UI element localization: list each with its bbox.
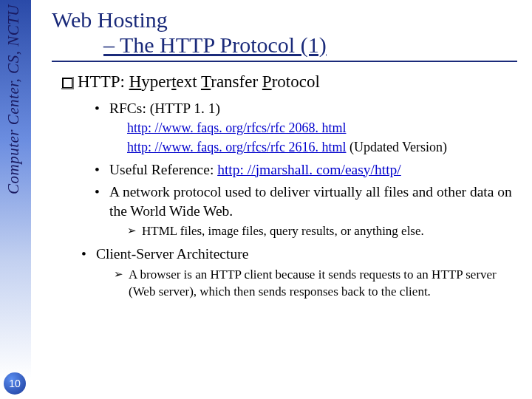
- arrow-html-files: HTML files, image files, query results, …: [127, 223, 521, 240]
- arrow-html-files-text: HTML files, image files, query results, …: [142, 224, 424, 238]
- sidebar-label: Computer Center, CS, NCTU: [4, 4, 23, 194]
- rfc-2068-link[interactable]: http: //www. faqs. org/rfcs/rfc 2068. ht…: [127, 120, 346, 135]
- http-yper: yper: [141, 72, 171, 91]
- title-line-1: Web Hosting: [52, 7, 521, 33]
- slide-content: Web Hosting – The HTTP Protocol (1) HTTP…: [41, 0, 528, 304]
- http-ext: ext: [177, 72, 201, 91]
- title-rule: [52, 61, 517, 62]
- useful-ref-prefix: Useful Reference:: [109, 162, 217, 177]
- slide-title: Web Hosting – The HTTP Protocol (1): [52, 7, 521, 58]
- sidebar: Computer Center, CS, NCTU 10: [0, 0, 31, 399]
- arrow-list-1: HTML files, image files, query results, …: [127, 223, 521, 240]
- title-line-2: – The HTTP Protocol (1): [103, 33, 521, 58]
- bullet-rfcs-text: RFCs: (HTTP 1. 1): [109, 100, 220, 116]
- http-prefix: HTTP:: [78, 72, 129, 91]
- bullet-network-protocol: A network protocol used to deliver virtu…: [95, 183, 521, 241]
- bullet-list-level-1: RFCs: (HTTP 1. 1) http: //www. faqs. org…: [95, 99, 521, 240]
- bullet-client-server-text: Client-Server Architecture: [96, 246, 248, 262]
- http-h: H: [129, 72, 142, 91]
- bullet-rfcs: RFCs: (HTTP 1. 1) http: //www. faqs. org…: [95, 99, 521, 157]
- http-rotocol: rotocol: [272, 72, 320, 91]
- square-bullet-icon: [62, 78, 73, 89]
- page-number-badge: 10: [4, 372, 26, 395]
- bullet-list-level-1b: Client-Server Architecture A browser is …: [81, 245, 521, 300]
- rfc-2616-link[interactable]: http: //www. faqs. org/rfcs/rfc 2616. ht…: [127, 140, 346, 154]
- main-bullet: HTTP: Hypertext Transfer Protocol: [62, 72, 521, 92]
- arrow-browser: A browser is an HTTP client because it s…: [114, 267, 521, 301]
- arrow-list-2: A browser is an HTTP client because it s…: [114, 267, 521, 301]
- http-tt: T: [201, 72, 211, 91]
- bullet-useful-ref: Useful Reference: http: //jmarshall. com…: [95, 160, 521, 180]
- arrow-browser-text: A browser is an HTTP client because it s…: [129, 267, 497, 299]
- rfc-2616-suffix: (Updated Version): [346, 140, 447, 154]
- http-p: P: [262, 72, 272, 91]
- jmarshall-link[interactable]: http: //jmarshall. com/easy/http/: [217, 162, 401, 177]
- bullet-client-server: Client-Server Architecture A browser is …: [81, 245, 521, 300]
- http-ransfer: ransfer: [211, 72, 262, 91]
- bullet-network-text: A network protocol used to deliver virtu…: [109, 184, 512, 219]
- rfc-links-block: http: //www. faqs. org/rfcs/rfc 2068. ht…: [127, 118, 521, 157]
